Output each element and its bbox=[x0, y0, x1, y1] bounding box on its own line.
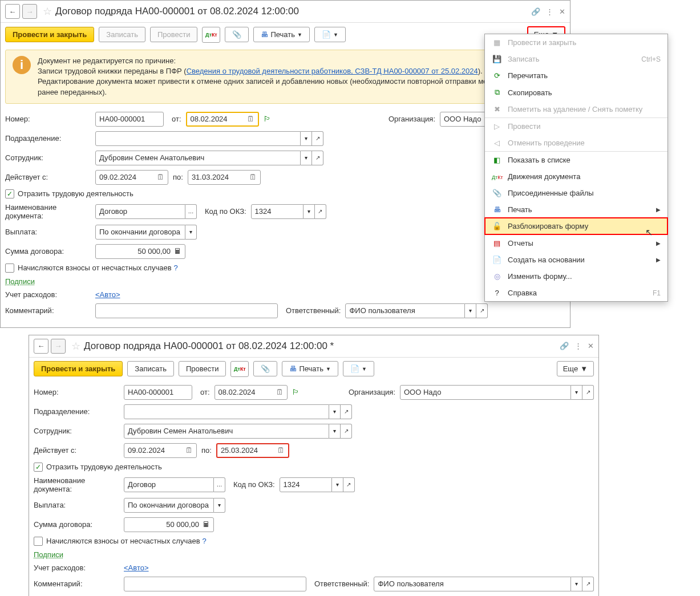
dept-combo[interactable]: ▾ ↗ bbox=[95, 131, 323, 146]
dtkt-button[interactable]: ДтКт bbox=[202, 27, 220, 43]
dept-combo[interactable]: ▾ ↗ bbox=[124, 404, 352, 419]
post-and-close-button[interactable]: Провести и закрыть bbox=[5, 27, 94, 42]
menu-reports[interactable]: ▤Отчеты▶ bbox=[485, 235, 667, 252]
org-combo[interactable]: ООО Надо ▾ ↗ bbox=[400, 385, 594, 400]
help-icon[interactable]: ? bbox=[203, 537, 207, 545]
link-icon[interactable]: 🔗 bbox=[560, 342, 569, 350]
favorite-star-icon[interactable]: ☆ bbox=[71, 340, 80, 352]
okz-combo[interactable]: 1324 ▾ ↗ bbox=[251, 204, 326, 219]
payout-combo[interactable]: По окончании договора ▾ bbox=[95, 225, 197, 240]
comment-input[interactable] bbox=[95, 303, 278, 318]
menu-print[interactable]: 🖶Печать▶ bbox=[485, 201, 667, 218]
back-button[interactable]: ← bbox=[34, 339, 48, 354]
link-icon[interactable]: 🔗 bbox=[531, 7, 540, 16]
date-input[interactable]: 08.02.2024🗓 bbox=[215, 385, 288, 400]
calculator-icon[interactable]: 🖩 bbox=[174, 247, 181, 256]
back-button[interactable]: ← bbox=[5, 4, 20, 19]
attach-button[interactable]: 📎 bbox=[225, 27, 249, 42]
calendar-icon[interactable]: 🗓 bbox=[276, 388, 284, 396]
reflect-checkbox[interactable]: ✓ bbox=[34, 463, 43, 472]
org-dropdown-icon[interactable]: ▾ bbox=[571, 385, 582, 400]
docname-combo[interactable]: Договор … bbox=[124, 477, 225, 492]
emp-combo[interactable]: Дубровин Семен Анатольевич ▾ ↗ bbox=[95, 151, 323, 165]
okz-dropdown-icon[interactable]: ▾ bbox=[304, 204, 315, 219]
payout-dropdown-icon[interactable]: ▾ bbox=[185, 225, 197, 240]
menu-reread[interactable]: ⟳Перечитать bbox=[485, 67, 667, 84]
calendar-icon[interactable]: 🗓 bbox=[185, 446, 193, 455]
docname-select-icon[interactable]: … bbox=[214, 477, 225, 492]
save-button[interactable]: Записать bbox=[127, 361, 174, 376]
more-button[interactable]: Еще ▼ bbox=[557, 361, 594, 376]
docname-select-icon[interactable]: … bbox=[185, 204, 197, 219]
date-input[interactable]: 08.02.2024🗓 bbox=[186, 112, 259, 127]
emp-open-icon[interactable]: ↗ bbox=[341, 424, 352, 439]
cost-link[interactable]: <Авто> bbox=[95, 290, 120, 299]
emp-dropdown-icon[interactable]: ▾ bbox=[301, 151, 312, 165]
menu-change-form[interactable]: ◎Изменить форму... bbox=[485, 268, 667, 285]
calculator-icon[interactable]: 🖩 bbox=[203, 520, 210, 529]
menu-movements[interactable]: ДтКтДвижения документа bbox=[485, 168, 667, 185]
dtkt-button[interactable]: ДтКт bbox=[230, 361, 249, 377]
dept-open-icon[interactable]: ↗ bbox=[341, 404, 352, 419]
sum-input[interactable]: 50 000,00 🖩 bbox=[95, 244, 185, 259]
menu-create-based[interactable]: 📄Создать на основании▶ bbox=[485, 252, 667, 268]
accident-checkbox[interactable] bbox=[5, 263, 14, 273]
resp-combo[interactable]: ФИО пользователя ▾ ↗ bbox=[345, 303, 488, 318]
forward-button[interactable]: → bbox=[51, 339, 66, 354]
signatures-link[interactable]: Подписи bbox=[34, 550, 63, 559]
calendar-icon[interactable]: 🗓 bbox=[157, 173, 164, 181]
date-from-input[interactable]: 09.02.2024🗓 bbox=[95, 170, 168, 185]
resp-dropdown-icon[interactable]: ▾ bbox=[571, 577, 582, 591]
cost-link[interactable]: <Авто> bbox=[124, 563, 149, 572]
calendar-icon[interactable]: 🗓 bbox=[249, 173, 257, 181]
resp-dropdown-icon[interactable]: ▾ bbox=[465, 303, 476, 318]
menu-attached[interactable]: 📎Присоединенные файлы bbox=[485, 185, 667, 201]
resp-combo[interactable]: ФИО пользователя ▾ ↗ bbox=[374, 577, 594, 591]
post-button[interactable]: Провести bbox=[150, 27, 198, 42]
menu-unlock-form[interactable]: 🔓Разблокировать форму bbox=[485, 218, 667, 234]
emp-open-icon[interactable]: ↗ bbox=[312, 151, 323, 165]
print-button[interactable]: 🖶 Печать ▼ bbox=[253, 27, 310, 42]
status-flag-icon[interactable]: 🏳 bbox=[292, 388, 300, 396]
favorite-star-icon[interactable]: ☆ bbox=[43, 5, 52, 18]
forward-button[interactable]: → bbox=[22, 4, 37, 19]
help-icon[interactable]: ? bbox=[174, 263, 178, 272]
close-icon[interactable]: ✕ bbox=[559, 7, 565, 16]
print-button[interactable]: 🖶 Печать ▼ bbox=[282, 361, 338, 376]
date-to-input[interactable]: 31.03.2024🗓 bbox=[188, 170, 261, 185]
docname-combo[interactable]: Договор … bbox=[95, 204, 197, 219]
calendar-icon[interactable]: 🗓 bbox=[277, 446, 285, 455]
date-to-input[interactable]: 25.03.2024🗓 bbox=[216, 443, 289, 458]
calendar-icon[interactable]: 🗓 bbox=[247, 115, 254, 123]
number-input[interactable]: НА00-000001 bbox=[124, 385, 192, 400]
number-input[interactable]: НА00-000001 bbox=[95, 112, 164, 127]
menu-help[interactable]: ?СправкаF1 bbox=[485, 285, 667, 301]
payout-combo[interactable]: По окончании договора ▾ bbox=[124, 498, 225, 513]
menu-kebab-icon[interactable]: ⋮ bbox=[574, 342, 582, 350]
dept-open-icon[interactable]: ↗ bbox=[312, 131, 323, 146]
org-open-icon[interactable]: ↗ bbox=[582, 385, 594, 400]
create-based-button[interactable]: 📄 ▼ bbox=[314, 27, 346, 42]
emp-combo[interactable]: Дубровин Семен Анатольевич ▾ ↗ bbox=[124, 424, 352, 439]
menu-show-list[interactable]: ◧Показать в списке bbox=[485, 152, 667, 168]
post-button[interactable]: Провести bbox=[179, 361, 226, 376]
okz-combo[interactable]: 1324 ▾ ↗ bbox=[280, 477, 355, 492]
dept-dropdown-icon[interactable]: ▾ bbox=[301, 131, 312, 146]
payout-dropdown-icon[interactable]: ▾ bbox=[214, 498, 225, 513]
okz-open-icon[interactable]: ↗ bbox=[315, 204, 326, 219]
date-from-input[interactable]: 09.02.2024🗓 bbox=[124, 443, 197, 458]
menu-copy[interactable]: ⧉Скопировать bbox=[485, 84, 667, 101]
comment-input[interactable] bbox=[124, 577, 306, 591]
accident-checkbox[interactable] bbox=[34, 537, 43, 546]
reflect-checkbox[interactable]: ✓ bbox=[5, 189, 14, 198]
emp-dropdown-icon[interactable]: ▾ bbox=[329, 424, 341, 439]
info-link[interactable]: Сведения о трудовой деятельности работни… bbox=[187, 67, 478, 75]
dept-dropdown-icon[interactable]: ▾ bbox=[329, 404, 341, 419]
okz-dropdown-icon[interactable]: ▾ bbox=[332, 477, 343, 492]
menu-kebab-icon[interactable]: ⋮ bbox=[546, 7, 553, 16]
okz-open-icon[interactable]: ↗ bbox=[343, 477, 355, 492]
create-based-button[interactable]: 📄 ▼ bbox=[343, 361, 374, 376]
resp-open-icon[interactable]: ↗ bbox=[476, 303, 488, 318]
save-button[interactable]: Записать bbox=[99, 27, 145, 42]
attach-button[interactable]: 📎 bbox=[253, 361, 277, 376]
